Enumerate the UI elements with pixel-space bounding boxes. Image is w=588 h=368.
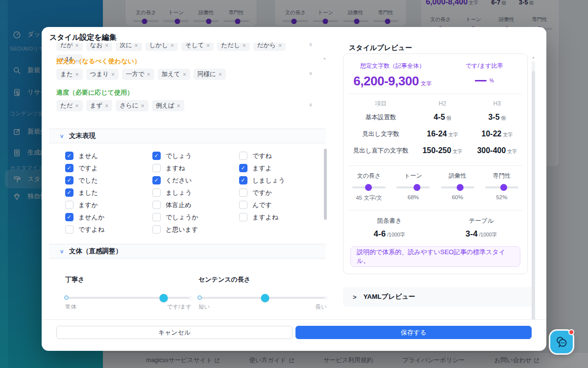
slider-thumb[interactable]	[414, 184, 420, 191]
scroll-up-icon[interactable]: ▲	[532, 55, 535, 59]
tag-chip[interactable]: 次に×	[116, 43, 142, 51]
yaml-preview-toggle[interactable]: > YAMLプレビュー	[343, 287, 534, 307]
remove-icon[interactable]: ×	[75, 43, 79, 49]
slider-thumb[interactable]	[160, 294, 168, 302]
ending-option[interactable]: ですね	[239, 152, 326, 160]
ending-option[interactable]: ますよ	[239, 164, 326, 172]
checkbox-icon[interactable]	[65, 152, 74, 160]
slider-thumb[interactable]	[457, 184, 464, 191]
slider-thumb[interactable]	[261, 294, 270, 302]
checkbox-icon[interactable]	[152, 225, 161, 234]
tag-chip[interactable]: そして×	[181, 43, 214, 51]
tag-chip[interactable]: さらに×	[116, 100, 148, 111]
remove-icon[interactable]: ×	[183, 72, 186, 78]
slider-track[interactable]	[65, 297, 192, 299]
chevron-down-icon[interactable]: ∨	[309, 102, 313, 108]
checkbox-icon[interactable]	[65, 164, 74, 172]
ending-option[interactable]: ですよね	[65, 225, 152, 234]
tag-chip[interactable]: ただ×	[56, 100, 83, 111]
remove-icon[interactable]: ×	[135, 43, 138, 49]
ending-option[interactable]: ください	[152, 176, 239, 184]
tag-chip[interactable]: また×	[56, 69, 83, 80]
checkbox-icon[interactable]	[65, 225, 74, 234]
checkbox-icon[interactable]	[239, 176, 247, 184]
checkbox-icon[interactable]	[239, 201, 247, 209]
right-scrollbar-thumb[interactable]	[532, 71, 535, 319]
slider[interactable]	[396, 186, 430, 188]
checkbox-icon[interactable]	[152, 164, 161, 172]
remove-icon[interactable]: ×	[75, 72, 79, 78]
checkbox-icon[interactable]	[152, 176, 161, 184]
remove-icon[interactable]: ×	[206, 43, 210, 49]
tag-chip[interactable]: 同様に×	[194, 69, 226, 80]
tag-chip[interactable]: つまり×	[86, 69, 119, 80]
tag-chip[interactable]: ただし×	[217, 43, 249, 51]
checkbox-icon[interactable]	[152, 213, 161, 221]
remove-icon[interactable]: ×	[105, 43, 108, 49]
ending-option[interactable]: ません	[65, 152, 152, 160]
left-scrollbar-thumb[interactable]	[324, 149, 327, 220]
checkbox-icon[interactable]	[65, 213, 74, 221]
checkbox-icon[interactable]	[239, 188, 247, 197]
remove-icon[interactable]: ×	[177, 103, 180, 109]
chevron-down-icon[interactable]: ∨	[309, 43, 313, 48]
remove-icon[interactable]: ×	[219, 72, 222, 78]
checkbox-icon[interactable]	[239, 213, 247, 221]
ending-option[interactable]: んです	[239, 201, 326, 209]
remove-icon[interactable]: ×	[171, 43, 174, 49]
save-button[interactable]: 保存する	[295, 326, 532, 339]
remove-icon[interactable]: ×	[75, 103, 79, 109]
tag-chip[interactable]: 加えて×	[158, 69, 190, 80]
tag-chip[interactable]: 一方で×	[122, 69, 154, 80]
checkbox-icon[interactable]	[152, 201, 161, 209]
slider-track[interactable]	[198, 297, 327, 299]
tag-chip[interactable]: しかし×	[146, 43, 178, 51]
ending-option[interactable]: ましょう	[152, 188, 239, 197]
tag-chip[interactable]: なお×	[86, 43, 113, 51]
ending-option[interactable]: ますか	[65, 201, 152, 209]
chat-widget-button[interactable]	[550, 331, 573, 353]
tag-chip[interactable]: 例えば×	[152, 100, 184, 111]
tag-chip[interactable]: だが×	[56, 43, 83, 51]
slider[interactable]	[485, 186, 518, 188]
slider-thumb[interactable]	[500, 184, 507, 191]
remove-icon[interactable]: ×	[243, 43, 246, 49]
checkbox-icon[interactable]	[152, 152, 161, 160]
ratio-dash: —	[475, 80, 487, 82]
ending-option[interactable]: しましょう	[239, 176, 326, 184]
ending-option[interactable]: でしょうか	[152, 213, 239, 221]
remove-icon[interactable]: ×	[141, 103, 145, 109]
tag-chip[interactable]: だから×	[253, 43, 286, 51]
ending-option[interactable]: 体言止め	[152, 201, 239, 209]
checkbox-icon[interactable]	[65, 201, 74, 209]
remove-icon[interactable]: ×	[105, 103, 108, 109]
checkbox-icon[interactable]	[239, 152, 247, 160]
ending-option[interactable]: ますね	[152, 164, 239, 172]
checkbox-icon[interactable]	[65, 188, 74, 197]
ending-option[interactable]: ですよ	[65, 164, 152, 172]
bullet-density: 箇条書き 4-6/1000字	[343, 217, 436, 239]
remove-icon[interactable]: ×	[278, 43, 282, 49]
checkbox-icon[interactable]	[65, 176, 74, 184]
slider[interactable]	[352, 186, 386, 188]
scroll-up-icon[interactable]: ▲	[323, 56, 326, 60]
slider-thumb[interactable]	[365, 184, 372, 191]
ending-option[interactable]: ですか	[239, 188, 326, 197]
ending-option[interactable]: でしょう	[152, 152, 239, 160]
chevron-down-icon[interactable]: ∨	[309, 70, 313, 77]
checkbox-icon[interactable]	[239, 164, 247, 172]
tag-chip[interactable]: まず×	[86, 100, 113, 111]
checkbox-icon[interactable]	[152, 188, 161, 197]
slider[interactable]	[441, 186, 474, 188]
ending-option[interactable]: ますよね	[239, 213, 326, 221]
style-tuning-section-header[interactable]: ∨ 文体（直感調整）	[49, 244, 326, 259]
table-row: 基本設置数 4-5個 3-5個	[348, 109, 522, 126]
sentence-endings-section-header[interactable]: ∨ 文末表現	[49, 129, 326, 143]
remove-icon[interactable]: ×	[147, 72, 150, 78]
ending-option[interactable]: でした	[65, 176, 152, 184]
ending-option[interactable]: と思います	[152, 225, 239, 234]
remove-icon[interactable]: ×	[111, 72, 115, 78]
cancel-button[interactable]: キャンセル	[56, 326, 293, 339]
ending-option[interactable]: ました	[65, 188, 152, 197]
ending-option[interactable]: ませんか	[65, 213, 152, 221]
